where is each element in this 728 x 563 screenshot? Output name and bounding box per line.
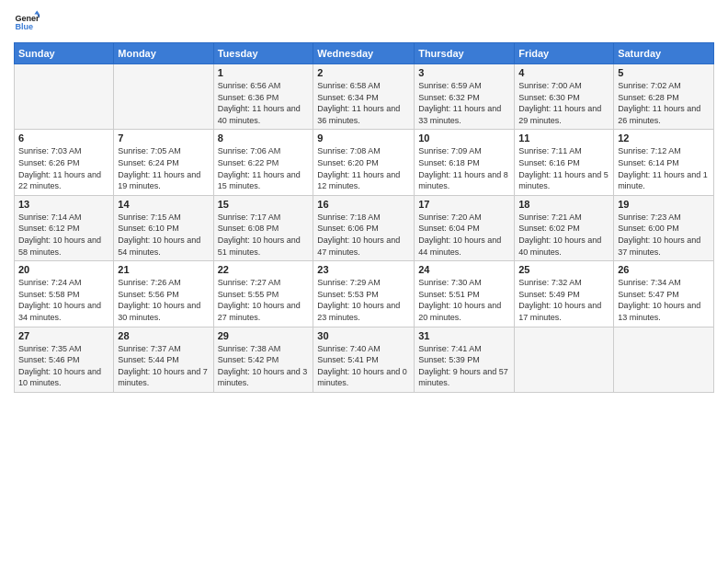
cell-sun-info: Sunrise: 7:26 AMSunset: 5:56 PMDaylight:… [118,277,209,323]
cell-day-number: 13 [18,199,109,210]
cell-day-number: 10 [418,132,510,144]
calendar-cell [15,64,114,130]
calendar-cell: 22Sunrise: 7:27 AMSunset: 5:55 PMDayligh… [213,261,313,327]
cell-day-number: 15 [218,199,310,210]
calendar-cell: 6Sunrise: 7:03 AMSunset: 6:26 PMDaylight… [15,130,114,195]
calendar-cell: 4Sunrise: 7:00 AMSunset: 6:30 PMDaylight… [515,64,614,130]
calendar-cell: 14Sunrise: 7:15 AMSunset: 6:10 PMDayligh… [114,195,213,260]
cell-day-number: 1 [218,67,310,78]
calendar-cell: 29Sunrise: 7:38 AMSunset: 5:42 PMDayligh… [213,327,313,392]
cell-day-number: 5 [618,67,710,78]
cell-day-number: 23 [317,264,410,275]
cell-sun-info: Sunrise: 7:40 AMSunset: 5:41 PMDaylight:… [317,343,410,389]
page: General Blue SundayMondayTuesdayWednesda… [0,0,728,563]
cell-sun-info: Sunrise: 7:08 AMSunset: 6:20 PMDaylight:… [317,145,410,191]
calendar-cell: 17Sunrise: 7:20 AMSunset: 6:04 PMDayligh… [415,195,515,260]
cell-sun-info: Sunrise: 7:14 AMSunset: 6:12 PMDaylight:… [18,212,109,258]
header: General Blue [14,9,714,35]
calendar-header-sunday: Sunday [15,43,114,64]
cell-sun-info: Sunrise: 7:23 AMSunset: 6:00 PMDaylight:… [618,212,710,258]
cell-sun-info: Sunrise: 7:17 AMSunset: 6:08 PMDaylight:… [218,212,310,258]
cell-day-number: 22 [218,264,310,275]
calendar-header-saturday: Saturday [614,43,714,64]
cell-day-number: 31 [418,330,510,341]
calendar-header-friday: Friday [515,43,614,64]
calendar-cell: 10Sunrise: 7:09 AMSunset: 6:18 PMDayligh… [415,130,515,195]
calendar-week-row: 13Sunrise: 7:14 AMSunset: 6:12 PMDayligh… [15,195,714,260]
cell-day-number: 20 [18,264,109,275]
calendar-cell [614,327,714,392]
calendar-cell [114,64,213,130]
calendar-cell: 19Sunrise: 7:23 AMSunset: 6:00 PMDayligh… [614,195,714,260]
cell-sun-info: Sunrise: 7:05 AMSunset: 6:24 PMDaylight:… [118,145,209,191]
calendar-cell: 31Sunrise: 7:41 AMSunset: 5:39 PMDayligh… [415,327,515,392]
cell-day-number: 11 [518,132,609,144]
svg-text:General: General [15,14,40,23]
cell-sun-info: Sunrise: 7:18 AMSunset: 6:06 PMDaylight:… [317,212,410,258]
calendar-cell: 25Sunrise: 7:32 AMSunset: 5:49 PMDayligh… [515,261,614,327]
cell-day-number: 9 [317,132,410,144]
calendar-cell: 2Sunrise: 6:58 AMSunset: 6:34 PMDaylight… [313,64,415,130]
calendar-cell: 23Sunrise: 7:29 AMSunset: 5:53 PMDayligh… [313,261,415,327]
calendar-week-row: 20Sunrise: 7:24 AMSunset: 5:58 PMDayligh… [15,261,714,327]
svg-text:Blue: Blue [15,22,33,31]
cell-sun-info: Sunrise: 7:37 AMSunset: 5:44 PMDaylight:… [118,343,209,389]
calendar-cell: 9Sunrise: 7:08 AMSunset: 6:20 PMDaylight… [313,130,415,195]
cell-day-number: 30 [317,330,410,341]
calendar-header-row: SundayMondayTuesdayWednesdayThursdayFrid… [15,43,714,64]
calendar-cell: 27Sunrise: 7:35 AMSunset: 5:46 PMDayligh… [15,327,114,392]
cell-sun-info: Sunrise: 7:06 AMSunset: 6:22 PMDaylight:… [218,145,310,191]
cell-sun-info: Sunrise: 7:41 AMSunset: 5:39 PMDaylight:… [418,343,510,389]
cell-day-number: 18 [518,199,609,210]
calendar-table: SundayMondayTuesdayWednesdayThursdayFrid… [14,42,714,393]
cell-sun-info: Sunrise: 7:24 AMSunset: 5:58 PMDaylight:… [18,277,109,323]
calendar-cell: 12Sunrise: 7:12 AMSunset: 6:14 PMDayligh… [614,130,714,195]
cell-sun-info: Sunrise: 7:09 AMSunset: 6:18 PMDaylight:… [418,145,510,191]
cell-day-number: 3 [418,67,510,78]
cell-day-number: 17 [418,199,510,210]
calendar-cell: 30Sunrise: 7:40 AMSunset: 5:41 PMDayligh… [313,327,415,392]
cell-sun-info: Sunrise: 7:34 AMSunset: 5:47 PMDaylight:… [618,277,710,323]
calendar-header-thursday: Thursday [415,43,515,64]
calendar-cell [515,327,614,392]
cell-sun-info: Sunrise: 7:11 AMSunset: 6:16 PMDaylight:… [518,145,609,191]
cell-day-number: 7 [118,132,209,144]
cell-day-number: 2 [317,67,410,78]
cell-day-number: 14 [118,199,209,210]
cell-sun-info: Sunrise: 7:32 AMSunset: 5:49 PMDaylight:… [518,277,609,323]
calendar-week-row: 1Sunrise: 6:56 AMSunset: 6:36 PMDaylight… [15,64,714,130]
calendar-cell: 13Sunrise: 7:14 AMSunset: 6:12 PMDayligh… [15,195,114,260]
cell-day-number: 8 [218,132,310,144]
cell-day-number: 27 [18,330,109,341]
cell-day-number: 21 [118,264,209,275]
calendar-cell: 5Sunrise: 7:02 AMSunset: 6:28 PMDaylight… [614,64,714,130]
cell-day-number: 25 [518,264,609,275]
calendar-cell: 18Sunrise: 7:21 AMSunset: 6:02 PMDayligh… [515,195,614,260]
calendar-cell: 3Sunrise: 6:59 AMSunset: 6:32 PMDaylight… [415,64,515,130]
calendar-cell: 26Sunrise: 7:34 AMSunset: 5:47 PMDayligh… [614,261,714,327]
cell-day-number: 4 [518,67,609,78]
calendar-cell: 20Sunrise: 7:24 AMSunset: 5:58 PMDayligh… [15,261,114,327]
cell-sun-info: Sunrise: 7:29 AMSunset: 5:53 PMDaylight:… [317,277,410,323]
cell-sun-info: Sunrise: 7:12 AMSunset: 6:14 PMDaylight:… [618,145,710,191]
cell-sun-info: Sunrise: 7:21 AMSunset: 6:02 PMDaylight:… [518,212,609,258]
cell-sun-info: Sunrise: 7:27 AMSunset: 5:55 PMDaylight:… [218,277,310,323]
cell-sun-info: Sunrise: 6:58 AMSunset: 6:34 PMDaylight:… [317,80,410,126]
cell-sun-info: Sunrise: 7:03 AMSunset: 6:26 PMDaylight:… [18,145,109,191]
calendar-cell: 1Sunrise: 6:56 AMSunset: 6:36 PMDaylight… [213,64,313,130]
calendar-week-row: 27Sunrise: 7:35 AMSunset: 5:46 PMDayligh… [15,327,714,392]
calendar-cell: 8Sunrise: 7:06 AMSunset: 6:22 PMDaylight… [213,130,313,195]
cell-sun-info: Sunrise: 7:15 AMSunset: 6:10 PMDaylight:… [118,212,209,258]
cell-day-number: 29 [218,330,310,341]
cell-sun-info: Sunrise: 6:56 AMSunset: 6:36 PMDaylight:… [218,80,310,126]
cell-sun-info: Sunrise: 7:30 AMSunset: 5:51 PMDaylight:… [418,277,510,323]
calendar-header-tuesday: Tuesday [213,43,313,64]
cell-sun-info: Sunrise: 7:00 AMSunset: 6:30 PMDaylight:… [518,80,609,126]
calendar-header-monday: Monday [114,43,213,64]
cell-day-number: 12 [618,132,710,144]
calendar-cell: 7Sunrise: 7:05 AMSunset: 6:24 PMDaylight… [114,130,213,195]
calendar-cell: 21Sunrise: 7:26 AMSunset: 5:56 PMDayligh… [114,261,213,327]
calendar-cell: 16Sunrise: 7:18 AMSunset: 6:06 PMDayligh… [313,195,415,260]
calendar-cell: 11Sunrise: 7:11 AMSunset: 6:16 PMDayligh… [515,130,614,195]
cell-sun-info: Sunrise: 7:35 AMSunset: 5:46 PMDaylight:… [18,343,109,389]
